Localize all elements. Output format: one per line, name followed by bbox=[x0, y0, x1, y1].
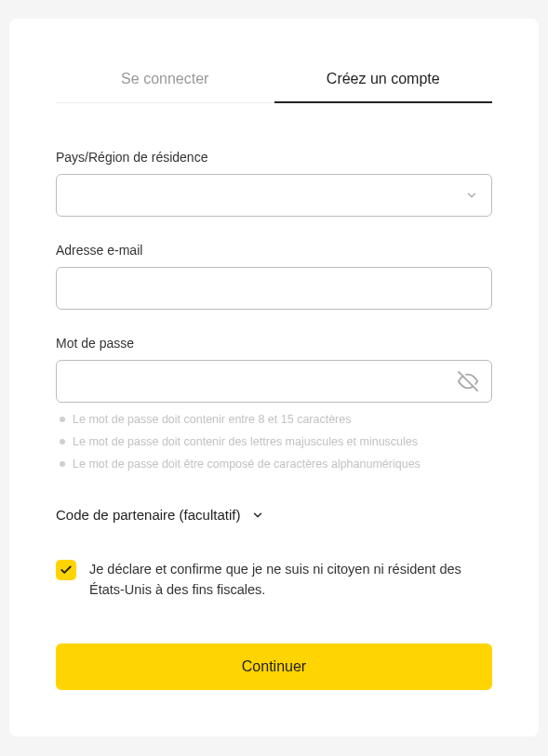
email-input-wrap bbox=[56, 267, 492, 310]
partner-code-label: Code de partenaire (facultatif) bbox=[56, 507, 240, 523]
email-field-group: Adresse e-mail bbox=[56, 243, 492, 310]
tab-signup[interactable]: Créez un compte bbox=[274, 56, 493, 102]
password-rule: Le mot de passe doit être composé de car… bbox=[56, 453, 492, 475]
eye-off-icon[interactable] bbox=[458, 371, 478, 391]
declaration-row: Je déclare et confirme que je ne suis ni… bbox=[56, 560, 492, 601]
continue-button[interactable]: Continuer bbox=[56, 643, 492, 690]
email-field[interactable] bbox=[70, 268, 478, 309]
chevron-down-icon bbox=[465, 189, 478, 202]
check-icon bbox=[60, 564, 73, 577]
password-rule: Le mot de passe doit contenir entre 8 et… bbox=[56, 408, 492, 431]
password-input-wrap bbox=[56, 360, 492, 403]
password-field[interactable] bbox=[70, 361, 450, 402]
country-select[interactable] bbox=[56, 174, 492, 217]
country-label: Pays/Région de résidence bbox=[56, 150, 492, 165]
declaration-text: Je déclare et confirme que je ne suis ni… bbox=[89, 560, 492, 601]
declaration-checkbox[interactable] bbox=[56, 560, 76, 580]
chevron-down-icon bbox=[251, 509, 264, 522]
tab-login[interactable]: Se connecter bbox=[56, 56, 274, 102]
password-label: Mot de passe bbox=[56, 336, 492, 351]
auth-tabs: Se connecter Créez un compte bbox=[56, 56, 492, 103]
password-rule: Le mot de passe doit contenir des lettre… bbox=[56, 431, 492, 453]
password-field-group: Mot de passe Le mot de passe doit conten… bbox=[56, 336, 492, 475]
email-label: Adresse e-mail bbox=[56, 243, 492, 258]
signup-card: Se connecter Créez un compte Pays/Région… bbox=[9, 19, 539, 736]
country-field-group: Pays/Région de résidence bbox=[56, 150, 492, 217]
partner-code-toggle[interactable]: Code de partenaire (facultatif) bbox=[56, 507, 492, 523]
password-rules: Le mot de passe doit contenir entre 8 et… bbox=[56, 408, 492, 475]
